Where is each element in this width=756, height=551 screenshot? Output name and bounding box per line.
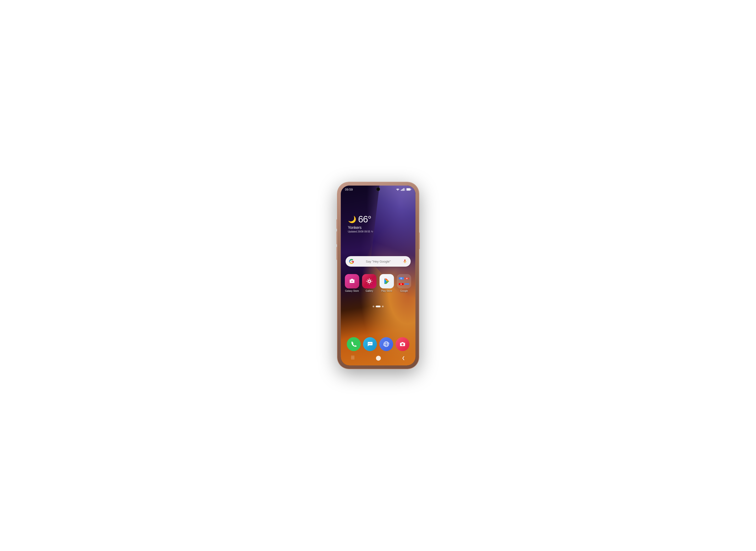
svg-point-10 <box>368 280 370 282</box>
power-button[interactable] <box>419 232 420 249</box>
svg-point-12 <box>369 284 370 285</box>
svg-rect-6 <box>407 188 410 190</box>
internet-svg <box>383 341 390 348</box>
galaxy-store-label: Galaxy Store <box>345 290 359 292</box>
svg-point-14 <box>371 281 372 282</box>
play-store-svg <box>383 277 391 285</box>
nav-recents-button[interactable]: ||| <box>351 356 355 360</box>
weather-widget: 🌙 66° Yonkers Updated 26/08 09:55 ↻ <box>348 214 373 233</box>
messages-icon <box>363 337 377 351</box>
status-time: 09:59 <box>345 188 353 191</box>
internet-icon <box>379 337 393 351</box>
play-store-icon <box>380 274 394 289</box>
dock-messages[interactable] <box>363 337 377 351</box>
phone-wrapper: 09:59 <box>333 177 424 374</box>
dock-phone[interactable] <box>347 337 361 351</box>
dock-internet[interactable] <box>379 337 393 351</box>
navigation-bar: ||| ⬤ ❮ <box>341 353 416 363</box>
page-dot-1 <box>372 306 374 307</box>
svg-point-20 <box>368 343 369 344</box>
weather-updated: Updated 26/08 09:55 ↻ <box>348 230 373 233</box>
camera-icon <box>396 337 410 351</box>
phone-svg <box>350 341 357 348</box>
messages-svg <box>366 341 373 348</box>
google-search-bar[interactable]: Say "Hey Google" <box>345 256 411 266</box>
svg-point-23 <box>384 342 389 347</box>
gallery-svg <box>365 277 373 285</box>
app-google-folder[interactable]: G M ▶ <box>397 274 412 292</box>
google-folder-label: Google <box>400 290 408 292</box>
dock-camera[interactable] <box>396 337 410 351</box>
svg-point-24 <box>385 342 388 347</box>
page-indicator <box>341 306 416 307</box>
app-galaxy-store[interactable]: Galaxy Store <box>344 274 360 292</box>
weather-city: Yonkers <box>348 225 373 230</box>
page-dot-2 <box>376 306 381 307</box>
status-icons <box>396 188 411 191</box>
volume-down-button[interactable] <box>336 247 337 260</box>
svg-rect-8 <box>351 279 353 280</box>
google-folder-icon: G M ▶ <box>397 274 411 289</box>
weather-icon: 🌙 <box>348 215 356 223</box>
app-gallery[interactable]: Gallery <box>362 274 377 292</box>
play-store-label: Play Store <box>381 290 392 292</box>
svg-rect-4 <box>405 189 405 191</box>
search-placeholder: Say "Hey Google" <box>356 260 400 263</box>
nav-back-button[interactable]: ❮ <box>402 356 405 360</box>
galaxy-store-icon <box>345 274 359 289</box>
gallery-icon <box>362 274 376 289</box>
weather-temperature: 66° <box>358 214 371 224</box>
svg-point-11 <box>369 278 370 279</box>
dock <box>341 337 416 351</box>
camera-svg <box>399 341 406 348</box>
weather-main: 🌙 66° <box>348 214 373 224</box>
front-camera <box>376 187 380 191</box>
bixby-button[interactable] <box>336 219 337 229</box>
wifi-icon <box>396 188 400 191</box>
svg-rect-0 <box>401 190 402 191</box>
phone-icon <box>347 337 361 351</box>
svg-point-13 <box>366 281 367 282</box>
svg-point-22 <box>371 343 371 344</box>
microphone-icon <box>403 259 407 264</box>
screen: 09:59 <box>341 185 416 366</box>
page-dot-3 <box>382 306 384 307</box>
signal-icon <box>401 188 405 191</box>
galaxy-store-svg <box>348 277 356 285</box>
svg-rect-1 <box>402 189 402 190</box>
svg-rect-2 <box>403 189 403 191</box>
svg-rect-7 <box>411 189 411 190</box>
app-grid: Galaxy Store <box>341 274 416 292</box>
google-logo <box>349 259 354 264</box>
svg-point-29 <box>402 344 403 345</box>
gallery-label: Gallery <box>365 290 373 292</box>
nav-home-button[interactable]: ⬤ <box>376 355 381 361</box>
app-play-store[interactable]: Play Store <box>379 274 395 292</box>
phone-body: 09:59 <box>337 182 419 369</box>
svg-point-21 <box>369 343 370 344</box>
wallpaper-cloth-texture <box>370 185 415 312</box>
battery-icon <box>406 188 411 191</box>
volume-up-button[interactable] <box>336 231 337 244</box>
svg-rect-3 <box>404 188 404 191</box>
